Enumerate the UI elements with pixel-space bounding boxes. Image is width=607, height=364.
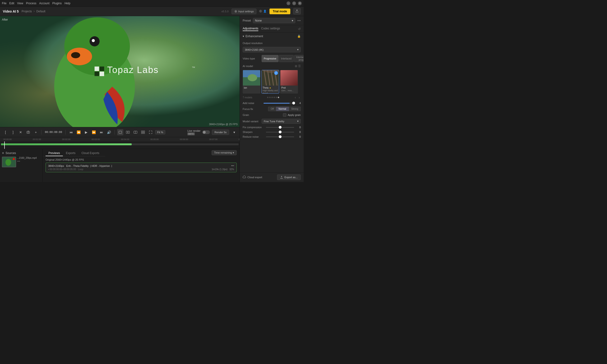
add-noise-thumb [292, 102, 295, 104]
tab-adjustments[interactable]: Adjustments [243, 27, 258, 31]
pagination-next[interactable]: › [298, 95, 301, 99]
input-settings-button[interactable]: Input settings [231, 9, 256, 14]
time-remaining-button[interactable]: Time remaining ▾ [212, 150, 237, 155]
grid-view-button[interactable] [140, 129, 146, 135]
breadcrumb-current[interactable]: Default [36, 10, 45, 13]
beta-badge: BETA [187, 132, 195, 135]
grain-checkbox[interactable] [283, 113, 286, 117]
add-source-button[interactable]: + [2, 151, 4, 155]
svg-rect-38 [280, 70, 298, 86]
trial-mode-button[interactable]: Trial mode [270, 9, 290, 14]
cancel-mark-button[interactable]: ✕ [18, 129, 24, 135]
fix-compression-thumb [279, 126, 282, 129]
notification-count[interactable]: ⓪ [259, 10, 262, 13]
vtype-progressive[interactable]: Progressive [262, 55, 279, 62]
model-card-3-desc: Gen... mos... [281, 89, 297, 92]
ai-model-grid-button[interactable]: ⊞ [295, 65, 297, 68]
model-card-2[interactable]: ✓ Theia ★ [261, 70, 279, 94]
model-variant-dropdown[interactable]: Fine Tune Fidelity ▾ [262, 119, 301, 124]
screenshot-button[interactable] [25, 129, 31, 135]
volume-button[interactable]: 🔊 [106, 129, 112, 135]
parrot-svg: Topaz Labs ™ [0, 16, 240, 127]
focus-off-button[interactable]: Off [268, 107, 276, 111]
export-item-more[interactable]: ••• [231, 164, 234, 168]
source-item[interactable]: ...2160_25fps.mp4 ••• [2, 157, 40, 167]
step-forward-button[interactable]: ⏩ [91, 129, 97, 135]
topbar-right: v5.5.0 Input settings ⓪ 👤 Trial mode [222, 8, 301, 14]
zoom-dropdown[interactable]: Fit % [155, 130, 165, 134]
goto-end-button[interactable]: ⏭ [98, 129, 105, 135]
model-variant-label: Model variant [243, 120, 262, 123]
source-more[interactable]: ••• [17, 160, 37, 163]
minimize-button[interactable]: － [286, 1, 290, 5]
vtype-interlaced-prog[interactable]: Interlaced prog. [294, 55, 304, 62]
playhead[interactable] [4, 142, 5, 149]
export-item[interactable]: 3840×2160px Enh - Theia Fidelity | HDR -… [46, 163, 237, 172]
render-button[interactable]: Render 5s [212, 130, 229, 135]
model-card-1[interactable]: ion [243, 70, 260, 94]
reset-button[interactable]: ↺ [298, 27, 301, 31]
user-icon[interactable]: 👤 [263, 10, 267, 13]
tab-exports[interactable]: Exports [63, 151, 79, 156]
focus-strong-button[interactable]: Strong [289, 107, 301, 111]
maximize-button[interactable]: □ [292, 1, 296, 5]
sources-panel: + Sources ...2160_25fps.mp4 ••• [0, 149, 43, 182]
add-noise-slider[interactable] [264, 103, 294, 104]
play-button[interactable]: ▶ [83, 129, 89, 135]
fix-compression-slider[interactable] [266, 127, 294, 128]
compare-view-button[interactable] [132, 129, 138, 135]
tab-previews[interactable]: Previews [46, 151, 63, 156]
menu-file[interactable]: File [2, 2, 6, 5]
menu-help[interactable]: Help [65, 2, 70, 5]
timeline-track[interactable] [1, 142, 239, 149]
mark-in-button[interactable]: [ [2, 129, 9, 135]
cloud-export-button[interactable]: Cloud export [243, 176, 262, 179]
export-item-meta: 1m19s (1.1fps) 32% [212, 168, 234, 171]
tab-cloud-exports[interactable]: Cloud Exports [79, 151, 102, 156]
tab-actions: ↺ [298, 27, 301, 31]
live-render-toggle[interactable] [202, 130, 210, 134]
menu-account[interactable]: Account [39, 2, 49, 5]
sharpen-slider[interactable] [266, 132, 294, 132]
mark-out-button[interactable]: ] [10, 129, 16, 135]
section-header[interactable]: ▾ Enhancement 🔒 [240, 33, 304, 40]
ruler-mark-4: 00:04:00 [121, 138, 129, 141]
sources-header: + Sources [2, 151, 40, 155]
reduce-noise-slider[interactable] [266, 136, 294, 137]
export-as-button[interactable]: Export as... [277, 174, 301, 180]
dot-5 [276, 97, 277, 98]
menu-edit[interactable]: Edit [9, 2, 14, 5]
preset-select[interactable]: None ▾ [253, 18, 296, 23]
model-card-1-bg [243, 70, 260, 86]
ai-model-more-button[interactable]: ☰ [298, 65, 301, 68]
breadcrumb-projects[interactable]: Projects [22, 10, 32, 13]
step-back-button[interactable]: ⏪ [76, 129, 82, 135]
crop-view-button[interactable] [117, 129, 123, 135]
tab-codec-settings[interactable]: Codec settings [261, 27, 280, 31]
menu-process[interactable]: Process [26, 2, 36, 5]
goto-start-button[interactable]: ⏮ [68, 129, 74, 135]
menu-view[interactable]: View [17, 2, 23, 5]
video-type-label: Video type [243, 57, 262, 60]
focus-normal-button[interactable]: Normal [276, 107, 289, 111]
video-type-row: Video type Progressive Interlaced Interl… [240, 54, 304, 63]
add-marker-button[interactable]: + [33, 129, 39, 135]
fullscreen-button[interactable] [148, 129, 154, 135]
split-view-button[interactable] [125, 129, 131, 135]
export-icon-button[interactable] [293, 8, 301, 14]
model-card-3[interactable]: Prot Gen... mos... [280, 70, 298, 94]
menu-plugins[interactable]: Plugins [53, 2, 62, 5]
close-button[interactable]: ✕ [298, 1, 302, 5]
grain-checkbox-area[interactable]: Apply grain [283, 113, 301, 117]
resolution-dropdown[interactable]: 3840×2160 (4K) ▾ [243, 47, 301, 52]
render-options-button[interactable]: ▾ [231, 129, 237, 135]
svg-point-16 [28, 132, 29, 133]
original-info: Original 2560×1440px @ 25 FPS [46, 158, 237, 163]
vtype-interlaced[interactable]: Interlaced [279, 55, 294, 62]
pagination-prev[interactable]: ‹ [294, 95, 297, 99]
progress-bar-fill [1, 143, 132, 145]
model-card-3-name: Prot [281, 87, 297, 89]
focus-fix-group: Off Normal Strong [268, 107, 301, 111]
preset-more-button[interactable]: ••• [297, 19, 301, 23]
fix-compression-row: Fix compression 0 [240, 125, 304, 130]
